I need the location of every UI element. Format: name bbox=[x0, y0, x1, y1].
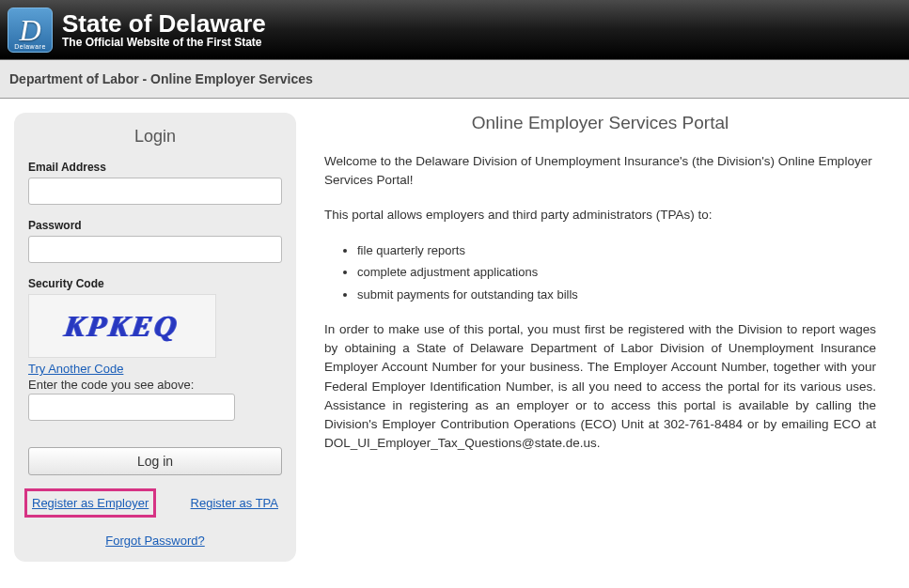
password-label: Password bbox=[28, 219, 282, 232]
delaware-logo-icon: D Delaware bbox=[8, 8, 53, 53]
register-tpa-link[interactable]: Register as TPA bbox=[191, 496, 278, 510]
captcha-image: KPKEQ bbox=[28, 294, 216, 358]
banner-title: State of Delaware bbox=[62, 10, 266, 38]
register-employer-highlight: Register as Employer bbox=[24, 488, 156, 518]
login-button[interactable]: Log in bbox=[28, 447, 282, 475]
try-another-code-link[interactable]: Try Another Code bbox=[28, 362, 123, 376]
enter-code-instruction: Enter the code you see above: bbox=[28, 378, 282, 392]
features-list: file quarterly reports complete adjustme… bbox=[357, 240, 876, 305]
logo-state-name: Delaware bbox=[14, 43, 46, 50]
body-paragraph: In order to make use of this portal, you… bbox=[324, 320, 876, 454]
portal-title: Online Employer Services Portal bbox=[324, 113, 876, 133]
login-title: Login bbox=[28, 127, 282, 147]
login-panel: Login Email Address Password Security Co… bbox=[14, 113, 296, 562]
list-item: complete adjustment applications bbox=[357, 261, 876, 283]
password-input[interactable] bbox=[28, 236, 282, 263]
department-bar: Department of Labor - Online Employer Se… bbox=[0, 60, 909, 99]
banner-subtitle: The Official Website of the First State bbox=[62, 36, 266, 49]
portal-content: Online Employer Services Portal Welcome … bbox=[324, 113, 895, 562]
register-employer-link[interactable]: Register as Employer bbox=[32, 496, 149, 510]
welcome-paragraph: Welcome to the Delaware Division of Unem… bbox=[324, 152, 876, 191]
email-input[interactable] bbox=[28, 178, 282, 205]
list-item: file quarterly reports bbox=[357, 240, 876, 261]
forgot-password-link[interactable]: Forgot Password? bbox=[105, 534, 205, 548]
security-code-label: Security Code bbox=[28, 277, 282, 290]
state-banner: D Delaware State of Delaware The Officia… bbox=[0, 0, 909, 60]
email-label: Email Address bbox=[28, 161, 282, 174]
logo-letter: D bbox=[19, 15, 40, 45]
captcha-text: KPKEQ bbox=[63, 309, 182, 344]
allows-paragraph: This portal allows employers and third p… bbox=[324, 206, 876, 224]
security-code-input[interactable] bbox=[28, 394, 235, 421]
list-item: submit payments for outstanding tax bill… bbox=[357, 284, 876, 305]
